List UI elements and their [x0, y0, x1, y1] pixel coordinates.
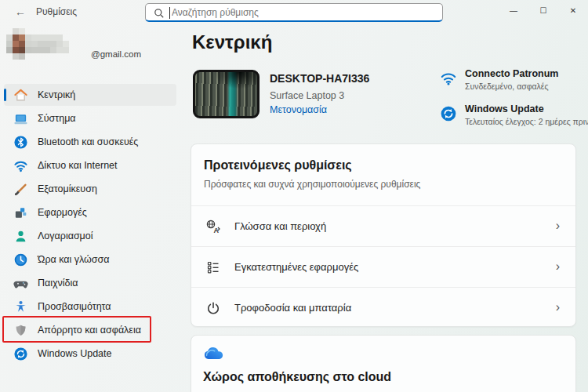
row-label: Γλώσσα και περιοχή — [234, 220, 326, 232]
sidebar-item-home[interactable]: Κεντρική — [4, 84, 176, 106]
search-box[interactable] — [145, 3, 443, 22]
sidebar-item-label: Απόρρητο και ασφάλεια — [38, 325, 141, 336]
search-icon — [153, 7, 165, 20]
row-label: Τροφοδοσία και μπαταρία — [234, 302, 351, 314]
network-status: Συνδεδεμένο, ασφαλές — [465, 82, 549, 91]
accessibility-icon — [13, 299, 28, 314]
selection-accent-bar — [4, 89, 6, 101]
sidebar-item-label: Λογαριασμοί — [38, 230, 93, 241]
chevron-right-icon: › — [556, 300, 560, 314]
sidebar-item-windows-update[interactable]: Windows Update — [4, 343, 176, 365]
sidebar-item-personalization[interactable]: Εξατομίκευση — [4, 178, 176, 200]
update-title: Windows Update — [465, 103, 544, 114]
network-status-card[interactable]: Connecto Patronum Συνδεδεμένο, ασφαλές — [440, 68, 588, 95]
recommended-settings-card: Προτεινόμενες ρυθμίσεις Πρόσφατες και συ… — [191, 143, 576, 327]
sidebar-item-label: Δίκτυο και Internet — [38, 160, 118, 171]
sidebar-item-label: Προσβασιμότητα — [38, 301, 111, 312]
cloud-storage-title: Χώρος αποθήκευσης στο cloud — [203, 370, 391, 384]
sidebar-item-gaming[interactable]: Παιχνίδια — [4, 272, 176, 294]
installed-apps-icon — [205, 260, 221, 275]
row-power-battery[interactable]: Τροφοδοσία και μπαταρία › — [191, 287, 575, 328]
sidebar-item-system[interactable]: Σύστημα — [4, 107, 176, 129]
clock-icon — [13, 252, 28, 267]
user-avatar-pixelated[interactable] — [6, 28, 94, 72]
update-icon — [440, 105, 457, 122]
app-title: Ρυθμίσεις — [36, 6, 77, 17]
power-icon — [205, 300, 221, 316]
shield-icon — [13, 322, 28, 338]
wifi-icon — [13, 158, 28, 173]
sidebar-item-time-language[interactable]: Ώρα και γλώσσα — [4, 249, 176, 270]
page-title: Κεντρική — [192, 31, 272, 53]
update-icon — [13, 346, 28, 361]
wifi-icon — [440, 70, 457, 87]
sidebar-item-label: Windows Update — [38, 348, 112, 359]
brush-icon — [13, 181, 28, 197]
home-icon — [13, 87, 28, 103]
rename-link[interactable]: Μετονομασία — [270, 104, 327, 115]
bluetooth-icon — [13, 134, 28, 150]
text-caret — [169, 7, 170, 19]
cloud-icon — [203, 346, 224, 363]
device-wallpaper-thumbnail — [193, 70, 260, 118]
laptop-icon — [13, 111, 28, 126]
close-button[interactable]: ✕ — [558, 0, 588, 22]
chevron-right-icon: › — [556, 260, 560, 274]
sidebar-item-label: Ώρα και γλώσσα — [38, 254, 110, 265]
gamepad-icon — [13, 275, 28, 291]
recommended-settings-subtitle: Πρόσφατες και συχνά χρησιμοποιούμενες ρυ… — [204, 179, 420, 190]
row-language-region[interactable]: A Γλώσσα και περιοχή › — [191, 205, 575, 246]
network-name: Connecto Patronum — [465, 68, 558, 79]
sidebar-item-label: Παιχνίδια — [38, 278, 78, 289]
device-model: Surface Laptop 3 — [270, 90, 344, 101]
sidebar-item-accounts[interactable]: Λογαριασμοί — [4, 225, 176, 247]
sidebar-item-accessibility[interactable]: Προσβασιμότητα — [4, 296, 176, 318]
apps-icon — [13, 205, 28, 220]
sidebar: @gmail.com Κεντρική Σύστημα Bluetooth κα… — [0, 24, 180, 392]
search-input[interactable] — [172, 4, 438, 20]
cloud-storage-card[interactable]: Χώρος αποθήκευσης στο cloud — [191, 335, 576, 392]
maximize-button[interactable]: ☐ — [528, 0, 558, 22]
user-email: @gmail.com — [91, 49, 141, 59]
row-installed-apps[interactable]: Εγκατεστημένες εφαρμογές › — [191, 246, 575, 287]
sidebar-item-bluetooth-devices[interactable]: Bluetooth και συσκευές — [4, 131, 176, 153]
person-icon — [13, 228, 28, 244]
windows-update-status-card[interactable]: Windows Update Τελευταίος έλεγχος: 2 ημέ… — [440, 103, 588, 130]
sidebar-item-privacy-security[interactable]: Απόρρητο και ασφάλεια — [4, 319, 176, 341]
chevron-right-icon: › — [556, 219, 560, 233]
device-name: DESKTOP-HA7I336 — [270, 72, 369, 85]
row-label: Εγκατεστημένες εφαρμογές — [234, 261, 358, 273]
recommended-settings-title: Προτεινόμενες ρυθμίσεις — [204, 158, 352, 172]
back-icon: ← — [15, 5, 26, 18]
back-button[interactable]: ← — [9, 2, 31, 21]
sidebar-item-label: Εξατομίκευση — [38, 183, 97, 194]
sidebar-item-label: Κεντρική — [38, 89, 75, 100]
sidebar-item-apps[interactable]: Εφαρμογές — [4, 201, 176, 223]
sidebar-item-label: Bluetooth και συσκευές — [38, 136, 138, 147]
sidebar-item-label: Εφαρμογές — [38, 207, 87, 218]
minimize-button[interactable]: — — [499, 0, 528, 22]
update-status: Τελευταίος έλεγχος: 2 ημέρες πριν — [465, 117, 588, 126]
language-icon: A — [205, 219, 221, 234]
sidebar-item-label: Σύστημα — [38, 113, 76, 124]
sidebar-item-network-internet[interactable]: Δίκτυο και Internet — [4, 154, 176, 176]
